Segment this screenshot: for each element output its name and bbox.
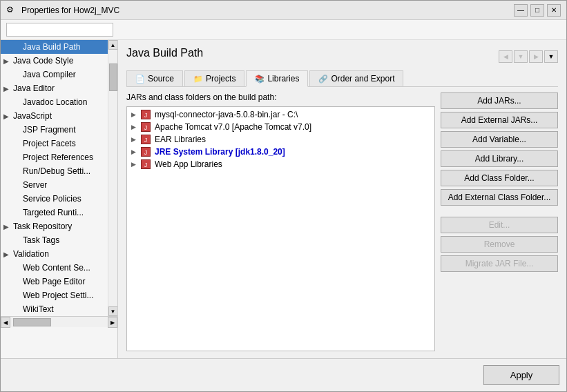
sidebar-item-targeted-runtime[interactable]: Targeted Runti...	[1, 206, 117, 219]
sidebar-items-list: Java Build Path▶Java Code StyleJava Comp…	[1, 40, 117, 316]
sidebar-arrow-task-repository: ▶	[3, 223, 10, 231]
sidebar-item-web-page-editor[interactable]: Web Page Editor	[1, 275, 117, 288]
tab-icon-libraries: 📚	[255, 75, 265, 84]
jar-text-ear-libraries: EAR Libraries	[155, 135, 206, 144]
sidebar-hscroll-right[interactable]: ▶	[108, 317, 117, 328]
sidebar-label-java-build-path: Java Build Path	[23, 42, 80, 52]
sidebar-label-task-tags: Task Tags	[23, 235, 59, 245]
tab-projects[interactable]: 📁Projects	[184, 70, 244, 86]
title-bar-controls: — □ ✕	[514, 4, 561, 17]
add-library-button[interactable]: Add Library...	[441, 150, 558, 167]
jar-text-web-app-libraries: Web App Libraries	[155, 159, 222, 169]
maximize-button[interactable]: □	[530, 4, 544, 17]
sidebar-label-jsp-fragment: JSP Fragment	[23, 125, 75, 135]
tab-label-projects: Projects	[206, 74, 236, 84]
sidebar-item-run-debug-settings[interactable]: Run/Debug Setti...	[1, 164, 117, 178]
sidebar-hscroll-thumb[interactable]	[13, 318, 51, 326]
nav-buttons: ◀ ▼ ▶ ▼	[499, 50, 558, 63]
sidebar-label-validation: Validation	[13, 249, 49, 259]
window-icon: ⚙	[6, 5, 17, 16]
add-class-folder-button[interactable]: Add Class Folder...	[441, 170, 558, 186]
jar-list[interactable]: ▶Jmysql-connector-java-5.0.8-bin.jar - C…	[126, 106, 435, 351]
sidebar-item-java-build-path[interactable]: Java Build Path	[1, 40, 117, 54]
jar-item-mysql-jar[interactable]: ▶Jmysql-connector-java-5.0.8-bin.jar - C…	[128, 108, 433, 121]
nav-back-button[interactable]: ◀	[499, 50, 512, 63]
sidebar-item-task-repository[interactable]: ▶Task Repository	[1, 219, 117, 233]
jar-arrow-web-app-libraries: ▶	[131, 161, 138, 168]
sidebar-item-java-editor[interactable]: ▶Java Editor	[1, 81, 117, 95]
jar-item-ear-libraries[interactable]: ▶JEAR Libraries	[128, 133, 433, 146]
sidebar-scroll-track	[108, 50, 118, 306]
sidebar-item-project-facets[interactable]: Project Facets	[1, 137, 117, 150]
panel-title-nav: Java Build Path ◀ ▼ ▶ ▼	[126, 47, 558, 66]
main-window: ⚙ Properties for How2j_MVC — □ ✕ Java Bu…	[0, 0, 567, 392]
sidebar-label-run-debug-settings: Run/Debug Setti...	[23, 166, 90, 176]
sidebar-item-wikitext[interactable]: WikiText	[1, 302, 117, 316]
sidebar-item-javascript[interactable]: ▶JavaScript	[1, 109, 117, 123]
sidebar-item-jsp-fragment[interactable]: JSP Fragment	[1, 123, 117, 137]
sidebar-item-service-policies[interactable]: Service Policies	[1, 192, 117, 206]
minimize-button[interactable]: —	[514, 4, 528, 17]
window-title: Properties for How2j_MVC	[21, 6, 119, 15]
jar-icon-apache-tomcat: J	[141, 122, 152, 132]
sidebar-label-server: Server	[23, 180, 47, 190]
sidebar-label-project-facets: Project Facets	[23, 139, 76, 148]
title-bar-left: ⚙ Properties for How2j_MVC	[6, 5, 119, 16]
panel-title: Java Build Path	[126, 47, 203, 59]
search-input[interactable]	[6, 23, 113, 37]
jar-item-web-app-libraries[interactable]: ▶JWeb App Libraries	[128, 158, 433, 170]
sidebar-item-javadoc-location[interactable]: Javadoc Location	[1, 95, 117, 109]
jar-panel: JARs and class folders on the build path…	[126, 92, 435, 351]
panel-body: JARs and class folders on the build path…	[126, 92, 558, 351]
jar-icon-web-app-libraries: J	[141, 159, 152, 169]
add-jars-button[interactable]: Add JARs...	[441, 92, 558, 109]
sidebar-item-web-project-settings[interactable]: Web Project Setti...	[1, 288, 117, 302]
apply-button[interactable]: Apply	[483, 365, 559, 385]
nav-dropdown-button[interactable]: ▼	[514, 50, 528, 63]
sidebar-label-web-project-settings: Web Project Setti...	[23, 291, 94, 300]
button-spacer	[441, 208, 558, 214]
sidebar-label-task-repository: Task Repository	[13, 222, 72, 231]
sidebar-item-task-tags[interactable]: Task Tags	[1, 233, 117, 247]
title-bar: ⚙ Properties for How2j_MVC — □ ✕	[1, 1, 566, 20]
sidebar-scroll-down[interactable]: ▼	[108, 306, 118, 316]
close-button[interactable]: ✕	[547, 4, 561, 17]
tab-libraries[interactable]: 📚Libraries	[246, 70, 308, 87]
sidebar-item-java-code-style[interactable]: ▶Java Code Style	[1, 54, 117, 68]
sidebar-item-validation[interactable]: ▶Validation	[1, 247, 117, 261]
sidebar-hscrollbar: ◀ ▶	[1, 316, 117, 327]
sidebar-label-javascript: JavaScript	[13, 111, 52, 121]
sidebar-item-server[interactable]: Server	[1, 178, 117, 192]
sidebar-item-java-compiler[interactable]: Java Compiler	[1, 68, 117, 81]
jar-item-apache-tomcat[interactable]: ▶JApache Tomcat v7.0 [Apache Tomcat v7.0…	[128, 121, 433, 133]
tab-label-libraries: Libraries	[267, 74, 299, 84]
tab-source[interactable]: 📄Source	[126, 70, 183, 86]
add-external-class-folder-button[interactable]: Add External Class Folder...	[441, 189, 558, 206]
jar-arrow-apache-tomcat: ▶	[131, 124, 138, 130]
tab-order-export[interactable]: 🔗Order and Export	[309, 70, 403, 86]
nav-forward-button[interactable]: ▶	[529, 50, 543, 63]
sidebar-item-project-references[interactable]: Project References	[1, 150, 117, 164]
sidebar-hscroll-track	[10, 317, 108, 327]
jar-text-mysql-jar: mysql-connector-java-5.0.8-bin.jar - C:\	[155, 110, 298, 119]
tab-icon-source: 📄	[135, 75, 145, 84]
button-panel: Add JARs...Add External JARs...Add Varia…	[441, 92, 558, 351]
sidebar-arrow-java-editor: ▶	[3, 85, 10, 92]
add-external-jars-button[interactable]: Add External JARs...	[441, 112, 558, 128]
jar-item-jre-system[interactable]: ▶JJRE System Library [jdk1.8.0_20]	[128, 146, 433, 158]
sidebar-item-web-content-settings[interactable]: Web Content Se...	[1, 261, 117, 275]
sidebar-label-targeted-runtime: Targeted Runti...	[23, 208, 84, 217]
sidebar-scroll-thumb[interactable]	[109, 63, 117, 91]
jar-text-apache-tomcat: Apache Tomcat v7.0 [Apache Tomcat v7.0]	[155, 122, 311, 132]
jar-text-jre-system: JRE System Library [jdk1.8.0_20]	[155, 147, 285, 157]
nav-forward-dropdown-button[interactable]: ▼	[544, 50, 558, 63]
sidebar-label-java-compiler: Java Compiler	[23, 70, 76, 79]
migrate-jar-button: Migrate JAR File...	[441, 255, 558, 272]
sidebar-scroll-up[interactable]: ▲	[108, 40, 118, 50]
tab-label-order-export: Order and Export	[331, 74, 394, 84]
add-variable-button[interactable]: Add Variable...	[441, 131, 558, 148]
search-bar	[1, 20, 566, 40]
sidebar: Java Build Path▶Java Code StyleJava Comp…	[1, 40, 118, 358]
jar-icon-mysql-jar: J	[141, 110, 152, 119]
sidebar-hscroll-left[interactable]: ◀	[1, 317, 10, 328]
